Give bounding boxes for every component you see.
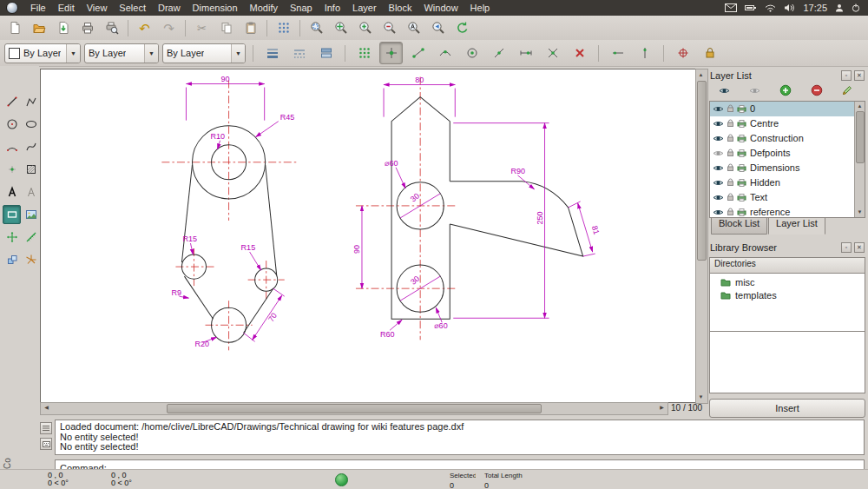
dock-float-icon[interactable]: ▫ (841, 70, 852, 81)
paste-button[interactable] (239, 17, 262, 39)
show-all-layers-button[interactable] (713, 83, 735, 99)
scroll-down-icon[interactable]: ▼ (696, 393, 706, 402)
layer-list-scrollbar[interactable]: ▲ ▼ (854, 102, 865, 217)
layer-print-icon[interactable] (737, 135, 746, 142)
dim-label-r9[interactable]: R9 (171, 288, 181, 297)
layer-visibility-icon[interactable] (713, 208, 724, 216)
snap-center-button[interactable] (460, 42, 483, 64)
restrict-vertical-button[interactable] (633, 42, 656, 64)
tool-image-button[interactable] (22, 205, 40, 224)
dim-label-70[interactable]: 70 (266, 311, 279, 323)
remove-layer-button[interactable] (806, 83, 828, 99)
dim-label-80[interactable]: 80 (415, 76, 424, 84)
dock-close-icon[interactable]: ✕ (854, 242, 865, 253)
menu-modify[interactable]: Modify (244, 1, 284, 15)
menu-file[interactable]: File (24, 1, 52, 15)
scroll-up-icon[interactable]: ▲ (855, 102, 865, 111)
vertical-scroll-thumb[interactable] (697, 81, 707, 261)
centerlines[interactable] (161, 77, 457, 351)
layer-print-icon[interactable] (737, 120, 746, 128)
restrict-horizontal-button[interactable] (606, 42, 629, 64)
dock-float-icon[interactable]: ▫ (841, 242, 852, 253)
add-layer-button[interactable] (774, 83, 797, 99)
layer-row[interactable]: 0 (710, 102, 865, 116)
color-combo[interactable]: By Layer ▼ (4, 43, 81, 63)
layer-visibility-icon[interactable] (713, 149, 724, 157)
dim-label-30-top[interactable]: 30 (409, 191, 421, 203)
layer-visibility-icon[interactable] (713, 135, 724, 142)
menu-window[interactable]: Window (418, 1, 464, 15)
draw-order-button[interactable] (272, 17, 295, 39)
menu-select[interactable]: Select (113, 1, 152, 15)
clock[interactable]: 17:25 (803, 3, 827, 13)
tool-point-button[interactable] (3, 160, 21, 179)
dim-label-dia60-top[interactable]: ⌀60 (385, 159, 398, 168)
dim-label-dia60-bottom[interactable]: ⌀60 (434, 321, 447, 330)
zoom-window-button[interactable] (305, 17, 328, 39)
layer-lock-icon[interactable] (727, 149, 734, 157)
dim-label-r90[interactable]: R90 (510, 167, 525, 175)
set-relative-zero-button[interactable] (671, 42, 694, 64)
dim-label-90[interactable]: 90 (221, 75, 230, 83)
layer-row[interactable]: Dimensions (710, 161, 865, 175)
snap-middle-button[interactable] (487, 42, 510, 64)
layer-print-icon[interactable] (737, 149, 746, 157)
layer-lock-icon[interactable] (727, 134, 734, 142)
zoom-pan-button[interactable] (329, 17, 352, 39)
layer-row[interactable]: Centre (710, 116, 865, 131)
save-file-button[interactable] (51, 17, 75, 39)
snap-endpoint-button[interactable] (406, 42, 430, 64)
tool-rectangle-button-selected[interactable] (3, 205, 21, 224)
layer-row[interactable]: Text (710, 190, 865, 205)
layer-scroll-thumb[interactable] (856, 111, 865, 163)
print-preview-button[interactable] (100, 17, 123, 39)
tool-text-button[interactable] (22, 182, 40, 202)
layer-visibility-icon[interactable] (713, 194, 724, 202)
dim-label-r15-right[interactable]: R15 (241, 243, 256, 252)
snap-distance-button[interactable] (514, 42, 537, 64)
option-button-1[interactable] (260, 42, 284, 64)
menu-info[interactable]: Info (319, 1, 346, 15)
redo-button[interactable]: ↷ (157, 17, 181, 39)
tool-block-button[interactable] (3, 250, 21, 269)
console-options-button[interactable] (40, 422, 52, 434)
vertical-scrollbar[interactable]: ▲ ▼ (695, 69, 708, 404)
drawing-area[interactable]: 90 R45 R10 R15 R15 R9 R20 70 80 ⌀60 R90 … (40, 69, 696, 403)
menu-dimension[interactable]: Dimension (187, 1, 244, 15)
open-file-button[interactable] (27, 17, 50, 39)
layer-row[interactable]: Construction (710, 131, 865, 146)
part-outlines[interactable] (181, 97, 582, 343)
scroll-up-icon[interactable]: ▲ (696, 70, 706, 80)
dim-label-r60[interactable]: R60 (380, 330, 395, 339)
zoom-previous-button[interactable] (426, 17, 450, 39)
volume-icon[interactable] (784, 3, 795, 12)
console-keyboard-button[interactable] (40, 438, 52, 450)
tool-mtext-button[interactable] (3, 182, 21, 202)
layer-lock-icon[interactable] (727, 193, 734, 202)
layer-lock-icon[interactable] (727, 178, 734, 187)
edit-layer-button[interactable] (836, 83, 858, 99)
dimension-lines[interactable] (179, 84, 595, 343)
line-width-combo[interactable]: By Layer ▼ (84, 43, 159, 63)
layer-visibility-icon[interactable] (713, 120, 724, 128)
tool-hatch-button[interactable] (22, 160, 40, 179)
zoom-in-button[interactable] (353, 17, 377, 39)
dock-close-icon[interactable]: ✕ (854, 70, 865, 81)
horizontal-scroll-thumb[interactable] (167, 404, 542, 413)
menu-block[interactable]: Block (383, 1, 418, 15)
snap-intersection-button[interactable] (541, 42, 564, 64)
new-file-button[interactable] (3, 17, 26, 39)
zoom-auto-button[interactable] (402, 17, 425, 39)
clear-snap-button[interactable] (568, 42, 591, 64)
horizontal-scrollbar[interactable]: ◀ ▶ (40, 402, 668, 415)
menu-help[interactable]: Help (464, 1, 496, 15)
tool-polyline-button[interactable] (22, 92, 40, 111)
scroll-left-icon[interactable]: ◀ (42, 403, 51, 413)
option-button-3[interactable] (314, 42, 338, 64)
scroll-down-icon[interactable]: ▼ (855, 208, 865, 217)
tool-circle-button[interactable] (3, 115, 21, 134)
tool-spline-button[interactable] (22, 137, 40, 156)
session-power-icon[interactable] (852, 3, 860, 12)
dim-label-81[interactable]: 81 (590, 225, 601, 236)
dim-label-r10[interactable]: R10 (211, 132, 226, 141)
